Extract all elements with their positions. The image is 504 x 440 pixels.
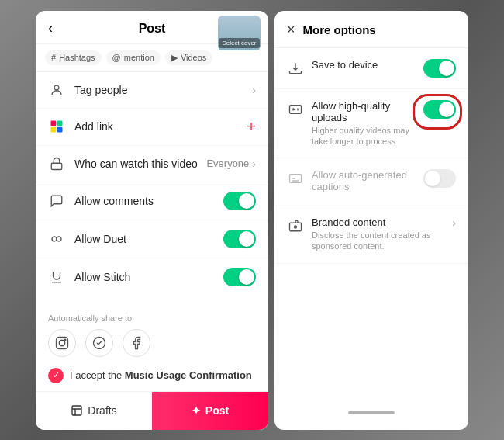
save-to-device-toggle-area (423, 59, 456, 78)
close-button[interactable]: × (287, 22, 295, 38)
chevron-icon: › (252, 158, 256, 170)
right-panel: × More options Save to device Allow high… (274, 11, 468, 430)
videos-label: Videos (181, 53, 206, 62)
tag-people-label: Tag people (74, 84, 252, 96)
videos-icon: ▶ (171, 53, 178, 63)
hashtags-label: Hashtags (59, 53, 95, 62)
svg-rect-13 (72, 406, 81, 415)
branded-content-content: Branded content Disclose the content cre… (312, 217, 446, 252)
svg-point-10 (59, 340, 65, 346)
allow-comments-item[interactable]: Allow comments (36, 182, 268, 220)
svg-rect-4 (57, 127, 63, 133)
post-button[interactable]: ✦ Post (152, 392, 268, 430)
svg-rect-5 (51, 163, 62, 169)
hashtags-chip[interactable]: # Hashtags (45, 50, 102, 65)
right-panel-title: More options (303, 23, 376, 36)
auto-captions-toggle[interactable] (423, 169, 456, 188)
high-quality-icon (287, 101, 304, 118)
high-quality-content: Allow high-quality uploads Higher qualit… (312, 100, 417, 147)
post-label: Post (205, 404, 229, 417)
allow-stitch-item[interactable]: Allow Stitch (36, 258, 268, 289)
high-quality-sub: Higher quality videos may take longer to… (312, 125, 417, 147)
tiktok-link-button[interactable] (85, 329, 113, 357)
svg-point-0 (54, 85, 59, 90)
svg-point-11 (64, 339, 66, 341)
allow-duet-toggle[interactable] (223, 230, 256, 248)
svg-rect-1 (51, 121, 57, 126)
svg-rect-14 (290, 105, 302, 113)
home-indicator (348, 411, 395, 414)
add-link-item[interactable]: Add link + (36, 109, 268, 146)
bottom-bar: Drafts ✦ Post (36, 391, 268, 430)
allow-stitch-label: Allow Stitch (74, 271, 223, 283)
add-link-icon (48, 118, 65, 135)
music-text: I accept the Music Usage Confirmation (70, 369, 252, 381)
duet-icon (48, 230, 65, 248)
music-check-icon: ✓ (48, 368, 64, 383)
instagram-button[interactable] (48, 329, 76, 357)
left-panel: ‹ Post Select cover # Hashtags @ mention… (36, 11, 268, 430)
svg-rect-2 (57, 121, 63, 126)
right-bottom (274, 264, 468, 430)
post-sparkle-icon: ✦ (192, 404, 201, 417)
drafts-button[interactable]: Drafts (36, 392, 152, 430)
tag-people-item[interactable]: Tag people › (36, 72, 268, 109)
facebook-button[interactable] (123, 329, 150, 357)
back-button[interactable]: ‹ (48, 20, 53, 36)
branded-content-label: Branded content (312, 217, 446, 228)
branded-content-sub: Disclose the content created as sponsore… (312, 230, 446, 252)
allow-comments-label: Allow comments (74, 195, 223, 207)
hashtag-icon: # (51, 53, 56, 62)
branded-content-icon (287, 217, 304, 234)
save-to-device-item[interactable]: Save to device (274, 48, 468, 89)
high-quality-toggle-area (423, 100, 456, 119)
privacy-icon (48, 155, 65, 172)
stitch-icon (48, 269, 65, 286)
allow-duet-item[interactable]: Allow Duet (36, 220, 268, 258)
svg-point-17 (295, 226, 297, 228)
music-row: ✓ I accept the Music Usage Confirmation (36, 360, 268, 391)
branded-content-chevron-area: › (452, 217, 456, 229)
allow-comments-toggle[interactable] (223, 192, 256, 210)
svg-point-7 (57, 237, 61, 241)
comments-icon (48, 192, 65, 210)
mention-label: mention (124, 53, 154, 62)
videos-chip[interactable]: ▶ Videos (165, 50, 212, 65)
allow-stitch-toggle[interactable] (223, 268, 256, 286)
branded-content-item[interactable]: Branded content Disclose the content cre… (274, 206, 468, 264)
who-can-watch-item[interactable]: Who can watch this video Everyone › (36, 146, 268, 182)
left-header: ‹ Post Select cover (36, 11, 268, 44)
page-title: Post (139, 22, 166, 36)
save-to-device-toggle[interactable] (423, 59, 456, 78)
mention-icon: @ (112, 53, 121, 62)
svg-rect-3 (51, 127, 57, 133)
music-link[interactable]: Music Usage Confirmation (125, 369, 252, 381)
save-icon (287, 60, 304, 77)
svg-rect-9 (57, 337, 68, 348)
chevron-icon: › (252, 84, 256, 96)
auto-captions-label: Allow auto-generated captions (312, 169, 417, 192)
save-to-device-label: Save to device (312, 59, 417, 71)
auto-captions-toggle-area (423, 169, 456, 188)
auto-share-label: Automatically share to (48, 314, 256, 323)
save-to-device-content: Save to device (312, 59, 417, 72)
high-quality-item[interactable]: Allow high-quality uploads Higher qualit… (274, 89, 468, 159)
allow-duet-label: Allow Duet (74, 233, 223, 245)
menu-list: Tag people › Add link + Who can watch th… (36, 72, 268, 289)
video-thumbnail[interactable]: Select cover (218, 16, 261, 50)
social-icons-row (48, 329, 256, 357)
branded-content-chevron: › (452, 217, 456, 229)
svg-point-6 (52, 237, 57, 241)
right-header: × More options (274, 11, 468, 48)
drafts-label: Drafts (88, 404, 116, 417)
who-can-watch-label: Who can watch this video (74, 158, 206, 170)
auto-captions-item[interactable]: Allow auto-generated captions (274, 158, 468, 206)
auto-share-section: Automatically share to (36, 307, 268, 360)
high-quality-label: Allow high-quality uploads (312, 100, 417, 123)
tag-people-icon (48, 81, 65, 99)
high-quality-toggle[interactable] (423, 100, 456, 119)
select-cover-label[interactable]: Select cover (219, 38, 259, 48)
who-can-watch-value: Everyone › (206, 158, 256, 170)
captions-icon (287, 170, 304, 187)
mention-chip[interactable]: @ mention (106, 50, 161, 65)
